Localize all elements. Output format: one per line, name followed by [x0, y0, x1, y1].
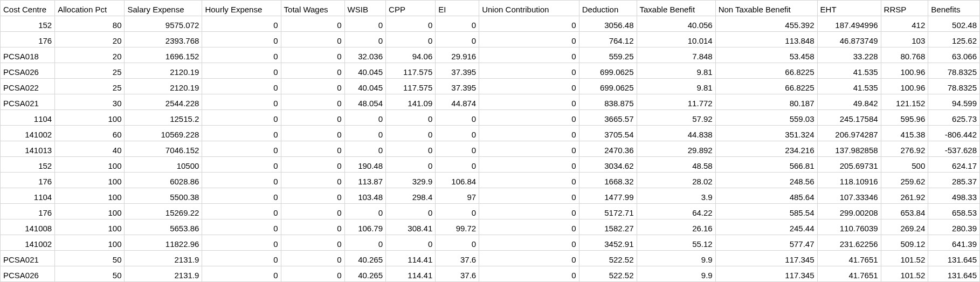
cell[interactable]: 9.9 [637, 251, 715, 266]
cell[interactable]: 50 [55, 251, 125, 266]
cell[interactable]: 63.066 [928, 47, 980, 63]
cell[interactable]: 0 [202, 47, 281, 63]
cell[interactable]: 2470.36 [579, 141, 637, 157]
col-total-wages[interactable]: Total Wages [281, 1, 344, 16]
cell[interactable]: 0 [281, 188, 344, 204]
cell[interactable]: 37.6 [436, 266, 479, 282]
cell[interactable]: 9575.072 [125, 16, 202, 32]
cell[interactable]: 25 [55, 79, 125, 94]
cell[interactable]: 0 [202, 188, 281, 204]
cell[interactable]: 206.974287 [817, 126, 881, 141]
cell[interactable]: -806.442 [928, 126, 980, 141]
cell[interactable]: 12515.2 [125, 110, 202, 126]
cell[interactable]: 308.41 [386, 219, 436, 235]
cell[interactable]: 0 [202, 94, 281, 110]
cell[interactable]: 1104 [1, 110, 55, 126]
cell[interactable]: 2131.9 [125, 251, 202, 266]
cell[interactable]: 100.96 [881, 63, 928, 79]
cell[interactable]: 141013 [1, 141, 55, 157]
cell[interactable]: 117.345 [715, 251, 817, 266]
cell[interactable]: 0 [386, 141, 436, 157]
cell[interactable]: 3056.48 [579, 16, 637, 32]
cell[interactable]: 20 [55, 47, 125, 63]
cell[interactable]: 0 [281, 251, 344, 266]
cell[interactable]: 0 [386, 126, 436, 141]
cell[interactable]: 0 [479, 251, 579, 266]
cell[interactable]: 28.02 [637, 173, 715, 188]
cell[interactable]: 577.47 [715, 235, 817, 251]
cell[interactable]: PCSA021 [1, 251, 55, 266]
cell[interactable]: 412 [881, 16, 928, 32]
cell[interactable]: 0 [202, 32, 281, 47]
cell[interactable]: 0 [281, 219, 344, 235]
cell[interactable]: 0 [202, 251, 281, 266]
cell[interactable]: 0 [281, 157, 344, 173]
cell[interactable]: 37.395 [436, 63, 479, 79]
cell[interactable]: 5500.38 [125, 188, 202, 204]
cell[interactable]: 500 [881, 157, 928, 173]
cell[interactable]: 2393.768 [125, 32, 202, 47]
cell[interactable]: 48.054 [344, 94, 385, 110]
cell[interactable]: 100 [55, 173, 125, 188]
cell[interactable]: 0 [479, 266, 579, 282]
cell[interactable]: 764.12 [579, 32, 637, 47]
cell[interactable]: 103 [881, 32, 928, 47]
cell[interactable]: 0 [479, 94, 579, 110]
cell[interactable]: 113.87 [344, 173, 385, 188]
cell[interactable]: 41.7651 [817, 251, 881, 266]
cell[interactable]: 66.8225 [715, 79, 817, 94]
cell[interactable]: 0 [281, 141, 344, 157]
cell[interactable]: 101.52 [881, 266, 928, 282]
cell[interactable]: 100 [55, 219, 125, 235]
cell[interactable]: 625.73 [928, 110, 980, 126]
cell[interactable]: 125.62 [928, 32, 980, 47]
cell[interactable]: 624.17 [928, 157, 980, 173]
cell[interactable]: 5653.86 [125, 219, 202, 235]
cell[interactable]: 10569.228 [125, 126, 202, 141]
cell[interactable]: 455.392 [715, 16, 817, 32]
cell[interactable]: 0 [386, 32, 436, 47]
cell[interactable]: 80.768 [881, 47, 928, 63]
cell[interactable]: 101.52 [881, 251, 928, 266]
cell[interactable]: 838.875 [579, 94, 637, 110]
cell[interactable]: 2120.19 [125, 63, 202, 79]
cell[interactable]: 0 [344, 204, 385, 219]
cell[interactable]: 245.44 [715, 219, 817, 235]
cell[interactable]: PCSA026 [1, 63, 55, 79]
cell[interactable]: 269.24 [881, 219, 928, 235]
cell[interactable]: PCSA018 [1, 47, 55, 63]
cell[interactable]: 0 [202, 157, 281, 173]
cell[interactable]: 176 [1, 173, 55, 188]
cell[interactable]: 259.62 [881, 173, 928, 188]
cell[interactable]: 0 [479, 173, 579, 188]
cell[interactable]: 100 [55, 188, 125, 204]
cell[interactable]: 11822.96 [125, 235, 202, 251]
cell[interactable]: 131.645 [928, 266, 980, 282]
cell[interactable]: 41.535 [817, 63, 881, 79]
cell[interactable]: 40.265 [344, 251, 385, 266]
cell[interactable]: 100.96 [881, 79, 928, 94]
cell[interactable]: 595.96 [881, 110, 928, 126]
cell[interactable]: 0 [479, 126, 579, 141]
cell[interactable]: 57.92 [637, 110, 715, 126]
col-deduction[interactable]: Deduction [579, 1, 637, 16]
cell[interactable]: 0 [202, 204, 281, 219]
col-cpp[interactable]: CPP [386, 1, 436, 16]
cell[interactable]: 0 [281, 32, 344, 47]
cell[interactable]: 114.41 [386, 266, 436, 282]
cell[interactable]: 0 [281, 94, 344, 110]
col-wsib[interactable]: WSIB [344, 1, 385, 16]
cell[interactable]: 205.69731 [817, 157, 881, 173]
cell[interactable]: 0 [344, 141, 385, 157]
cell[interactable]: 80 [55, 16, 125, 32]
cell[interactable]: 245.17584 [817, 110, 881, 126]
cell[interactable]: 299.00208 [817, 204, 881, 219]
cell[interactable]: 0 [479, 157, 579, 173]
cell[interactable]: 37.395 [436, 79, 479, 94]
cell[interactable]: 248.56 [715, 173, 817, 188]
col-non-taxable-benefit[interactable]: Non Taxable Benefit [715, 1, 817, 16]
cell[interactable]: 0 [281, 47, 344, 63]
cell[interactable]: 0 [479, 32, 579, 47]
cell[interactable]: 0 [479, 79, 579, 94]
cell[interactable]: 0 [281, 173, 344, 188]
